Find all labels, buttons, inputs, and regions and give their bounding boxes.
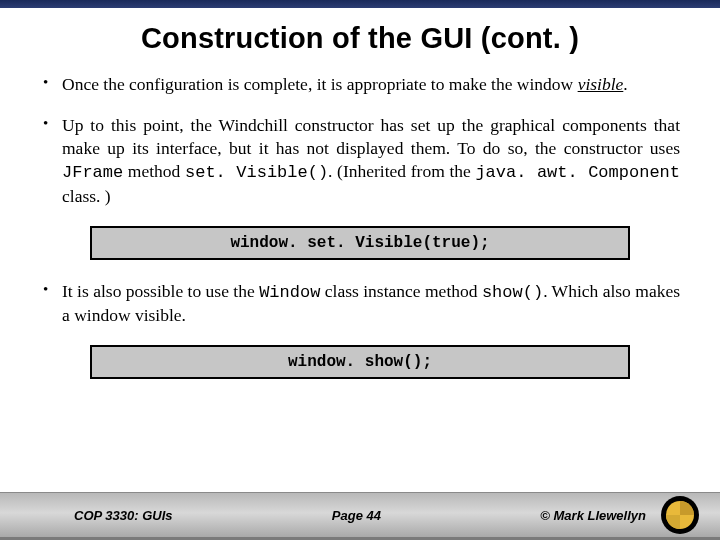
bullet-2-text-a: Up to this point, the Windchill construc… xyxy=(62,115,680,158)
bullet-2-code-jframe: JFrame xyxy=(62,163,123,182)
bullet-2-code-component: java. awt. Component xyxy=(475,163,680,182)
bullet-1-text-a: Once the configuration is complete, it i… xyxy=(62,74,578,94)
bullet-2-code-setvisible: set. Visible() xyxy=(185,163,328,182)
bullet-list-2: It is also possible to use the Window cl… xyxy=(40,280,680,328)
bullet-1-text-b: . xyxy=(623,74,627,94)
ucf-logo-icon xyxy=(660,495,700,535)
bullet-3-text-b: class instance method xyxy=(320,281,482,301)
footer-course: COP 3330: GUIs xyxy=(74,508,173,523)
code-box-2: window. show(); xyxy=(90,345,630,379)
slide-content: Once the configuration is complete, it i… xyxy=(0,73,720,379)
bullet-1: Once the configuration is complete, it i… xyxy=(40,73,680,96)
slide-title: Construction of the GUI (cont. ) xyxy=(0,22,720,55)
top-accent-bar xyxy=(0,0,720,8)
footer-page: Page 44 xyxy=(332,508,381,523)
bullet-list: Once the configuration is complete, it i… xyxy=(40,73,680,208)
footer-bar: COP 3330: GUIs Page 44 © Mark Llewellyn xyxy=(0,492,720,540)
bullet-3-code-show: show() xyxy=(482,283,543,302)
footer-content: COP 3330: GUIs Page 44 © Mark Llewellyn xyxy=(74,508,646,523)
bullet-1-visible: visible xyxy=(578,74,624,94)
bullet-2: Up to this point, the Windchill construc… xyxy=(40,114,680,208)
footer-copyright: © Mark Llewellyn xyxy=(540,508,646,523)
bullet-3-code-window: Window xyxy=(259,283,320,302)
bullet-2-text-d: class. ) xyxy=(62,186,111,206)
bullet-2-text-c: . (Inherited from the xyxy=(328,161,475,181)
code-box-1: window. set. Visible(true); xyxy=(90,226,630,260)
bullet-3-text-a: It is also possible to use the xyxy=(62,281,259,301)
bullet-3: It is also possible to use the Window cl… xyxy=(40,280,680,328)
bullet-2-text-b: method xyxy=(123,161,185,181)
